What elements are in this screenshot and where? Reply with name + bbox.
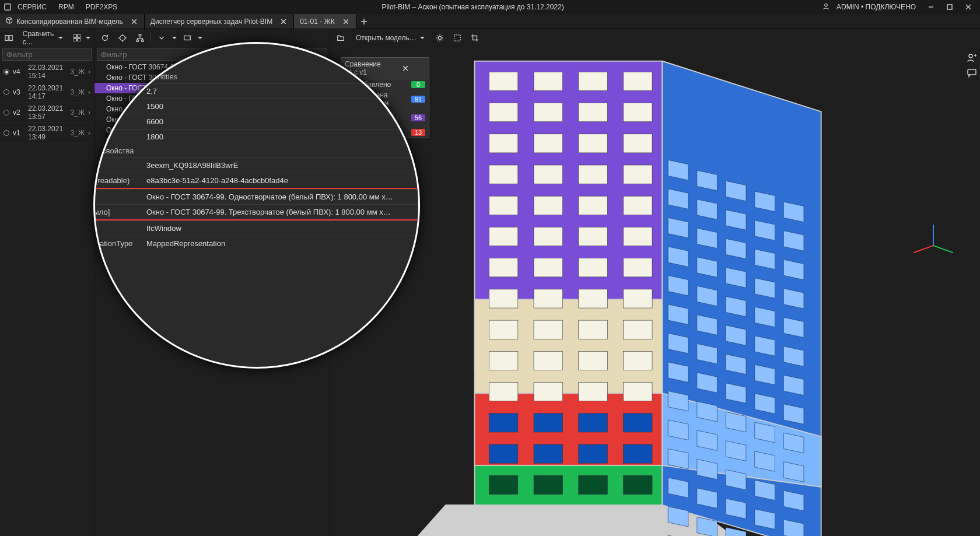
svg-rect-17	[78, 34, 80, 37]
version-row[interactable]: v1 22.03.2021 13:49 3_Ж ›	[0, 123, 94, 143]
axis-gizmo[interactable]	[910, 222, 957, 268]
close-icon[interactable]	[385, 64, 425, 72]
axis-z	[933, 225, 934, 246]
svg-rect-75	[489, 258, 518, 277]
svg-rect-51	[489, 72, 518, 90]
svg-rect-16	[74, 34, 76, 37]
svg-point-20	[120, 36, 125, 41]
prop-key: Name	[93, 192, 143, 201]
close-icon[interactable]	[130, 17, 138, 26]
svg-rect-86	[624, 320, 653, 339]
window-minimize-icon[interactable]	[923, 1, 939, 13]
version-tag: 3_Ж	[71, 68, 85, 76]
close-icon[interactable]	[342, 17, 350, 26]
hierarchy-icon[interactable]	[133, 31, 147, 45]
svg-rect-27	[142, 40, 144, 42]
svg-rect-63	[489, 165, 518, 184]
version-timestamp: 22.03.2021 13:49	[28, 125, 67, 141]
svg-rect-57	[579, 103, 608, 122]
tab-add-button[interactable]	[356, 14, 372, 29]
chat-icon[interactable]	[967, 68, 977, 78]
prop-truncated: Ty…	[93, 251, 420, 263]
svg-rect-18	[74, 38, 76, 41]
open-model-icon[interactable]	[334, 31, 348, 45]
svg-rect-85	[579, 320, 608, 339]
svg-rect-87	[489, 351, 518, 370]
tab-dispatcher[interactable]: Диспетчер серверных задач Pilot-BIM	[145, 14, 294, 29]
person-add-icon[interactable]	[967, 52, 977, 63]
chevron-right-icon[interactable]: ›	[88, 88, 90, 96]
compare-row-count: 0	[411, 81, 425, 88]
chevron-right-icon[interactable]: ›	[88, 129, 90, 137]
svg-rect-67	[489, 196, 518, 215]
version-tag: 3_Ж	[71, 129, 85, 137]
svg-rect-76	[534, 258, 563, 277]
chevron-right-icon[interactable]: ›	[88, 108, 90, 117]
window-maximize-icon[interactable]	[942, 1, 958, 13]
viewer[interactable]: Сравнение v4 c v1 ✓ Добавлено 0 ✓ Измене…	[330, 47, 980, 536]
svg-rect-82	[624, 289, 653, 308]
tab-bim-model[interactable]: Консолидированная BIM-модель	[0, 14, 145, 29]
cube-icon	[6, 17, 13, 26]
select-box-icon[interactable]	[450, 31, 464, 45]
svg-rect-25	[139, 34, 141, 36]
svg-rect-74	[624, 227, 653, 246]
svg-rect-30	[454, 35, 460, 41]
radio-icon[interactable]	[4, 110, 9, 115]
svg-rect-81	[579, 289, 608, 308]
close-icon[interactable]	[279, 17, 288, 26]
radio-icon[interactable]	[4, 69, 9, 75]
prop-row: GlobalId3eexm_KQ918A98IilB3wrE	[93, 157, 420, 173]
version-row[interactable]: v2 22.03.2021 13:57 3_Ж ›	[0, 103, 94, 123]
compare-row-count: 13	[411, 129, 425, 136]
tab-label: 01-01 - ЖК	[300, 17, 334, 26]
svg-rect-56	[534, 103, 563, 122]
window-close-icon[interactable]	[960, 1, 977, 13]
expand-icon[interactable]	[155, 31, 169, 45]
svg-rect-101	[579, 444, 608, 463]
menu-service[interactable]: СЕРВИС	[12, 3, 52, 11]
svg-rect-71	[489, 227, 518, 246]
version-row[interactable]: v3 22.03.2021 14:17 3_Ж ›	[0, 82, 94, 103]
svg-rect-96	[534, 414, 563, 432]
svg-rect-90	[624, 351, 653, 370]
svg-rect-52	[534, 72, 563, 90]
prop-value: 3eexm_KQ918A98IilB3wrE	[143, 161, 420, 170]
compare-dropdown[interactable]: Сравнить с…	[18, 30, 68, 46]
svg-rect-103	[489, 475, 518, 494]
svg-rect-59	[489, 134, 518, 153]
menu-pdf2xps[interactable]: PDF2XPS	[80, 3, 124, 11]
filter-versions-input[interactable]	[2, 48, 92, 61]
svg-rect-26	[136, 40, 139, 42]
version-timestamp: 22.03.2021 15:14	[28, 64, 67, 80]
tab-project[interactable]: 01-01 - ЖК	[294, 14, 356, 29]
radio-icon[interactable]	[4, 89, 9, 95]
locate-icon[interactable]	[116, 31, 130, 45]
gear-icon[interactable]	[433, 31, 447, 45]
version-name: v1	[13, 129, 24, 137]
prop-value: e8a3bc3e-51a2-4120-a248-4acbcb0fad4e	[143, 176, 420, 185]
svg-rect-28	[184, 36, 191, 40]
versions-panel: v4 22.03.2021 15:14 3_Ж › v3 22.03.2021 …	[0, 47, 94, 536]
user-status[interactable]: ADMIN • ПОДКЛЮЧЕНО	[832, 3, 921, 11]
svg-rect-94	[624, 383, 653, 401]
tabbar: Консолидированная BIM-модель Диспетчер с…	[0, 14, 980, 29]
svg-rect-104	[534, 475, 563, 494]
tab-label: Консолидированная BIM-модель	[16, 17, 123, 26]
prop-value: Окно - ГОСТ 30674-99. Трехстворчатое (бе…	[143, 208, 420, 216]
group-common-props[interactable]: Общие свойства	[93, 144, 420, 157]
crop-icon[interactable]	[468, 31, 482, 45]
grid-icon[interactable]	[71, 31, 82, 45]
chevron-down-icon	[86, 37, 90, 39]
refresh-icon[interactable]	[98, 31, 112, 45]
version-row[interactable]: v4 22.03.2021 15:14 3_Ж ›	[0, 62, 94, 82]
svg-rect-72	[534, 227, 563, 246]
rect-icon[interactable]	[180, 31, 194, 45]
compare-icon[interactable]	[4, 31, 15, 45]
open-model-dropdown[interactable]: Открыть модель…	[351, 34, 429, 42]
menu-rpm[interactable]: RPM	[52, 3, 80, 11]
chevron-right-icon[interactable]: ›	[88, 68, 90, 76]
radio-icon[interactable]	[4, 130, 9, 136]
svg-rect-58	[624, 103, 653, 122]
prop-row: Height1500	[93, 99, 420, 114]
